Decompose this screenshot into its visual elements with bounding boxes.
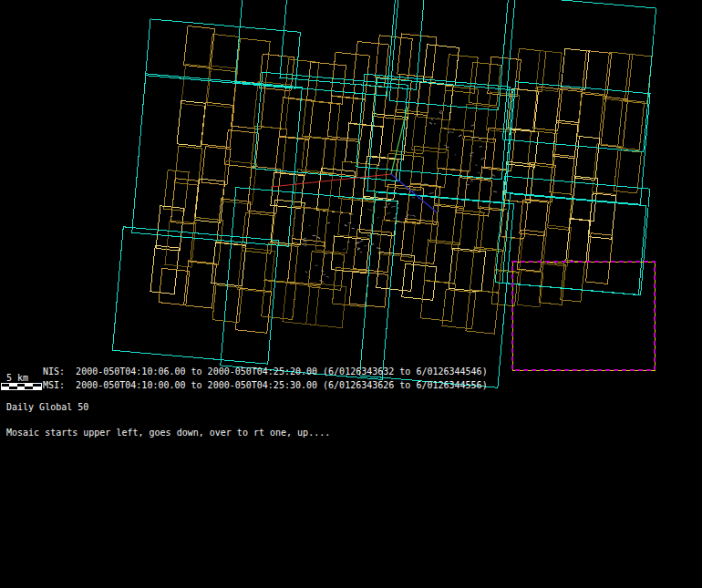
msi-footprint <box>184 261 217 308</box>
msi-footprint <box>264 243 298 284</box>
msi-footprint <box>177 101 205 147</box>
shape-dot <box>480 158 484 160</box>
msi-footprint <box>338 197 375 238</box>
shape-dot <box>413 215 416 217</box>
shape-dot <box>412 190 416 191</box>
shape-dot <box>479 146 481 147</box>
msi-footprint <box>601 97 627 147</box>
msi-footprint <box>449 248 485 292</box>
msi-footprint <box>520 200 548 236</box>
sequence-title: Daily Global 50 <box>6 401 88 413</box>
shape-dot <box>479 139 482 139</box>
shape-dot <box>394 218 397 219</box>
shape-dot <box>305 272 307 273</box>
shape-dot <box>327 222 329 223</box>
msi-footprint <box>217 199 251 245</box>
shape-dot <box>477 172 480 173</box>
msi-footprints <box>150 26 652 334</box>
shape-dot <box>439 112 442 113</box>
shape-dot <box>359 241 363 242</box>
mosaic-planner-window: 5 km NIS: 2000-050T04:10:06.00 to 2000-0… <box>0 0 702 588</box>
msi-footprint <box>442 290 476 329</box>
shape-dot <box>429 192 434 193</box>
nis-time-range: NIS: 2000-050T04:10:06.00 to 2000-050T04… <box>43 366 488 377</box>
msi-footprint <box>625 54 652 103</box>
shape-dot <box>343 249 346 250</box>
msi-footprint <box>331 52 369 98</box>
msi-footprint <box>586 233 613 284</box>
shape-dot <box>391 206 396 207</box>
msi-footprint <box>578 92 604 139</box>
nis-footprint <box>280 0 426 89</box>
msi-footprint <box>376 36 413 80</box>
msi-footprint <box>306 283 346 327</box>
msi-footprint <box>262 280 296 320</box>
msi-footprint <box>423 45 459 86</box>
msi-footprint <box>235 38 270 86</box>
scale-bar-cell <box>33 387 41 390</box>
nis-footprint <box>146 19 301 88</box>
scale-bar-cell <box>25 387 33 390</box>
shape-dot <box>321 271 324 272</box>
shape-dot <box>309 225 311 226</box>
scale-bar-cell <box>1 387 9 390</box>
shape-dot <box>357 248 358 249</box>
msi-footprint <box>397 34 437 77</box>
scale-bar-cell <box>33 383 41 387</box>
shape-dot <box>439 111 442 112</box>
msi-footprint <box>242 212 274 253</box>
msi-footprint <box>424 240 459 284</box>
shape-dot <box>326 276 329 277</box>
msi-footprint <box>201 102 234 147</box>
scale-bar-cell <box>17 387 26 390</box>
mosaic-note: Mosaic starts upper left, goes down, ove… <box>6 427 330 438</box>
shape-dot <box>322 274 325 275</box>
msi-footprint <box>437 129 474 171</box>
shape-dot <box>470 155 472 156</box>
msi-footprint <box>156 206 184 251</box>
msi-footprint <box>207 66 238 108</box>
msi-time-range: MSI: 2000-050T04:10:00.00 to 2000-050T04… <box>43 379 488 391</box>
nis-footprint <box>112 227 278 364</box>
shape-dot <box>492 175 495 177</box>
msi-footprint <box>332 267 368 306</box>
mosaic-plot-canvas[interactable] <box>0 0 702 588</box>
msi-footprint <box>164 170 189 211</box>
shape-dot <box>453 169 456 170</box>
msi-footprint <box>618 99 645 150</box>
msi-footprint <box>466 290 499 334</box>
nis-footprint <box>502 0 656 151</box>
msi-footprint <box>402 263 437 300</box>
shape-dot <box>429 122 432 124</box>
shape-dot <box>365 245 366 246</box>
nis-footprint <box>502 194 646 295</box>
msi-footprint <box>339 161 377 202</box>
shape-dot <box>368 209 372 211</box>
msi-footprint <box>303 100 340 139</box>
scale-bar-cell <box>9 387 17 390</box>
msi-footprint <box>379 221 416 258</box>
shape-dot <box>470 153 474 154</box>
shape-dot <box>345 225 347 227</box>
shape-dot <box>325 253 327 254</box>
shape-dot <box>313 235 316 236</box>
shape-dot <box>317 237 320 239</box>
shape-dot <box>387 212 390 214</box>
msi-footprint <box>195 179 225 222</box>
x-axis-line <box>271 174 391 187</box>
msi-footprint <box>181 64 210 106</box>
shape-dot <box>459 135 461 137</box>
nis-footprints <box>112 0 656 387</box>
msi-footprint <box>170 179 198 224</box>
shape-dot <box>377 217 379 218</box>
msi-footprint <box>351 84 387 127</box>
shape-dot <box>304 241 308 242</box>
nis-footprint <box>254 72 408 181</box>
nis-footprint <box>221 188 397 380</box>
scale-bar-label: 5 km <box>6 372 28 384</box>
shape-dot <box>377 234 380 235</box>
shape-dot <box>406 218 408 219</box>
shape-dot <box>493 191 497 192</box>
shape-dot <box>431 119 433 119</box>
msi-footprint <box>420 281 455 322</box>
